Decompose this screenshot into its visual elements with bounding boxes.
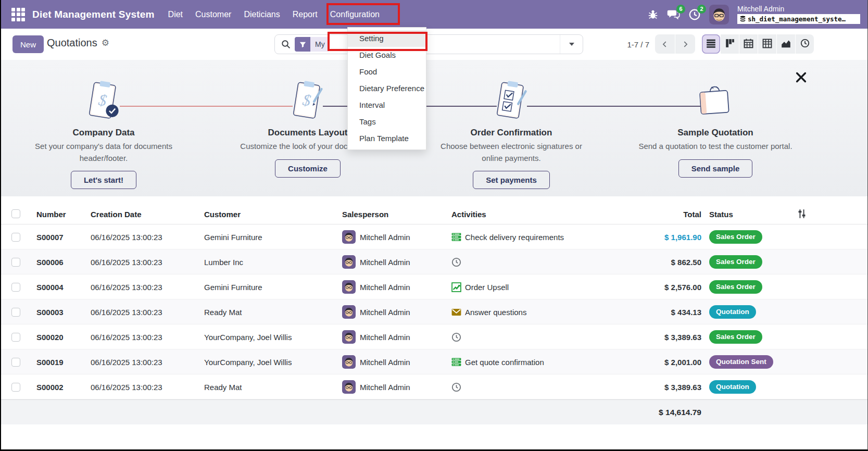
search-options-toggle[interactable]: [560, 35, 583, 54]
pager-next-button[interactable]: [675, 34, 695, 54]
table-row[interactable]: S00019 06/16/2025 13:00:23 YourCompany, …: [1, 349, 867, 374]
row-checkbox[interactable]: [11, 258, 20, 267]
app-title[interactable]: Diet Management System: [32, 9, 155, 20]
row-checkbox[interactable]: [11, 308, 20, 317]
column-header-creation-date[interactable]: Creation Date: [91, 210, 202, 219]
row-checkbox[interactable]: [11, 358, 20, 367]
config-menu-item-setting[interactable]: Setting: [348, 30, 426, 47]
graph-view-icon: [781, 39, 791, 50]
optional-columns-icon[interactable]: [797, 209, 807, 219]
view-switcher-list[interactable]: [702, 34, 720, 54]
apps-menu-icon[interactable]: [11, 8, 25, 21]
cell-creation-date: 06/16/2025 13:00:23: [91, 274, 202, 299]
cell-status: Quotation Sent: [709, 349, 792, 374]
salesperson-avatar: [342, 380, 356, 394]
row-checkbox[interactable]: [11, 233, 20, 242]
row-checkbox[interactable]: [11, 283, 20, 292]
user-avatar[interactable]: [709, 5, 729, 24]
cell-customer: YourCompany, Joel Willis: [204, 324, 339, 349]
chart-up-activity-icon[interactable]: [451, 282, 461, 292]
pager-range: 1-7 / 7: [600, 40, 649, 49]
onboarding-step-button[interactable]: Set payments: [473, 171, 550, 189]
onboarding-step-title: Company Data: [15, 128, 192, 138]
list-check-activity-icon[interactable]: [451, 232, 461, 242]
gear-icon[interactable]: ⚙: [102, 37, 109, 48]
cell-creation-date: 06/16/2025 13:00:23: [91, 374, 202, 399]
search-bar[interactable]: My: [274, 34, 583, 54]
column-header-customer[interactable]: Customer: [204, 210, 339, 219]
config-menu-item-tags[interactable]: Tags: [348, 114, 426, 130]
status-badge: Sales Order: [709, 330, 762, 344]
view-switcher-pivot[interactable]: [758, 34, 776, 54]
row-checkbox[interactable]: [11, 383, 20, 392]
page-title: Quotations: [47, 37, 97, 49]
onboarding-step-desc: Send a quotation to test the customer po…: [627, 141, 804, 153]
clipboard-dollar-check-icon: $: [15, 72, 192, 122]
pager-previous-button[interactable]: [655, 34, 675, 54]
topbar-menu-item[interactable]: Report: [286, 0, 324, 29]
activities-badge: 2: [697, 5, 706, 14]
messages-icon[interactable]: 6: [667, 8, 680, 20]
status-badge: Sales Order: [709, 255, 762, 269]
salesperson-avatar: [342, 355, 356, 369]
table-row[interactable]: S00006 06/16/2025 13:00:23 Lumber Inc Mi…: [1, 249, 867, 274]
onboarding-step: Order Confirmation Choose between electr…: [423, 72, 600, 189]
list-check-activity-icon[interactable]: [451, 357, 461, 367]
config-menu-item-food[interactable]: Food: [348, 64, 426, 80]
column-header-status[interactable]: Status: [709, 210, 792, 219]
config-menu-item-plan-template[interactable]: Plan Template: [348, 130, 426, 147]
clock-activity-icon[interactable]: [451, 257, 461, 267]
topbar-menu-item[interactable]: Customer: [189, 0, 237, 29]
clock-activity-icon[interactable]: [451, 332, 461, 342]
search-facet[interactable]: My: [295, 37, 330, 52]
salesperson-avatar: [342, 255, 356, 269]
view-switcher-activity[interactable]: [796, 34, 814, 54]
topbar-menu-item[interactable]: Diet: [162, 0, 189, 29]
user-block[interactable]: Mitchell Admin sh_diet_management_syste…: [737, 5, 860, 24]
view-switcher-calendar[interactable]: [739, 34, 758, 54]
select-all-checkbox[interactable]: [11, 209, 20, 218]
topbar-menu-item[interactable]: Dieticians: [237, 0, 286, 29]
topbar-menu-item-configuration[interactable]: Configuration: [324, 0, 386, 29]
onboarding-step-desc: Set your company's data for documents he…: [15, 141, 192, 164]
envelope-activity-icon[interactable]: [451, 307, 461, 317]
activities-icon[interactable]: 2: [688, 8, 701, 21]
table-row[interactable]: S00004 06/16/2025 13:00:23 Gemini Furnit…: [1, 274, 867, 299]
cell-total: $ 3,389.63: [600, 324, 701, 349]
row-checkbox[interactable]: [11, 333, 20, 342]
status-badge: Sales Order: [709, 280, 762, 294]
clock-activity-icon[interactable]: [451, 382, 461, 392]
cell-total: $ 3,389.63: [600, 374, 701, 399]
table-row[interactable]: S00003 06/16/2025 13:00:23 Ready Mat Mit…: [1, 299, 867, 324]
column-header-number[interactable]: Number: [36, 210, 89, 219]
control-panel: New Quotations ⚙ My 1-7 / 7: [1, 29, 867, 60]
onboarding-step-button[interactable]: Let's start!: [71, 171, 136, 189]
table-row[interactable]: S00007 06/16/2025 13:00:23 Gemini Furnit…: [1, 224, 867, 249]
salesperson-name: Mitchell Admin: [360, 383, 410, 392]
onboarding-step-button[interactable]: Customize: [275, 159, 341, 178]
database-name: sh_diet_management_syste…: [748, 15, 846, 23]
column-header-total[interactable]: Total: [600, 210, 701, 219]
activity-label: Order Upsell: [465, 283, 509, 292]
view-switcher-graph[interactable]: [777, 34, 795, 54]
activity-label: Get quote confirmation: [465, 358, 544, 367]
close-icon[interactable]: [795, 71, 807, 83]
salesperson-avatar: [342, 305, 356, 319]
salesperson-avatar: [342, 330, 356, 344]
salesperson-name: Mitchell Admin: [360, 308, 410, 317]
config-menu-item-dietary-preference[interactable]: Dietary Preference: [348, 80, 426, 97]
view-switcher-kanban[interactable]: [721, 34, 739, 54]
table-row[interactable]: S00020 06/16/2025 13:00:23 YourCompany, …: [1, 324, 867, 349]
salesperson-name: Mitchell Admin: [360, 283, 410, 292]
new-button[interactable]: New: [12, 35, 44, 53]
config-menu-item-diet-goals[interactable]: Diet Goals: [348, 47, 426, 64]
onboarding-step-desc: Choose between electronic signatures or …: [423, 141, 600, 164]
column-header-salesperson[interactable]: Salesperson: [342, 210, 449, 219]
cell-status: Sales Order: [709, 274, 792, 299]
bug-icon[interactable]: [647, 9, 659, 20]
onboarding-step-title: Sample Quotation: [627, 128, 804, 138]
onboarding-step-button[interactable]: Send sample: [678, 159, 753, 178]
table-row[interactable]: S00002 06/16/2025 13:00:23 Ready Mat Mit…: [1, 374, 867, 399]
config-menu-item-interval[interactable]: Interval: [348, 97, 426, 114]
cell-customer: Ready Mat: [204, 374, 339, 399]
